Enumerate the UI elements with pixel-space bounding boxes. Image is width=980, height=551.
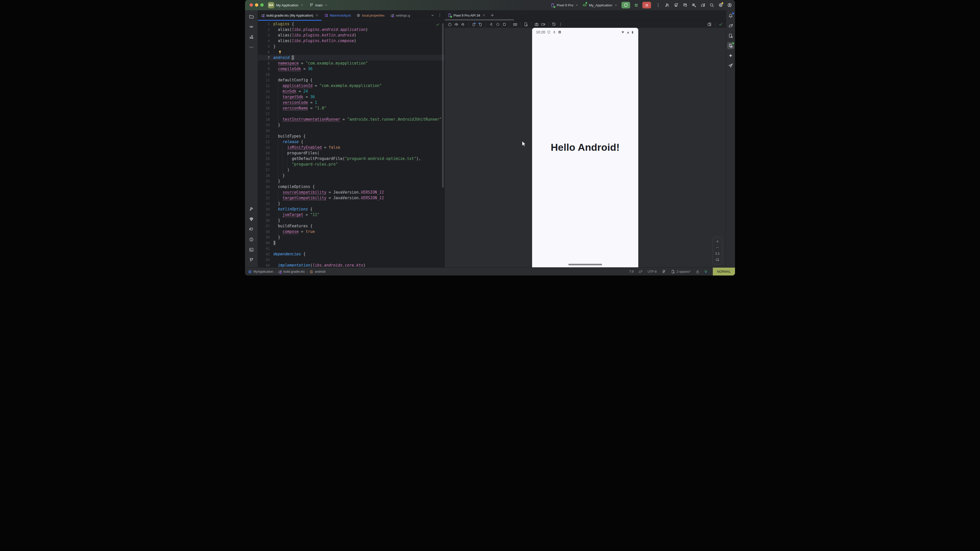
code-line[interactable]: 15 versionCode = 1	[258, 100, 444, 105]
close-window-button[interactable]	[250, 3, 253, 6]
code-line[interactable]: 22 release {	[258, 139, 444, 144]
line-number[interactable]: 17	[258, 111, 273, 117]
minimize-window-button[interactable]	[255, 3, 258, 6]
sidebar-item-commit[interactable]	[247, 22, 256, 31]
breadcrumb-project[interactable]: MyApplication	[248, 270, 273, 274]
code-line[interactable]: 9 compileSdk = 36	[258, 66, 444, 72]
code-line[interactable]: 6	[258, 49, 444, 55]
line-number[interactable]: 12	[258, 83, 273, 89]
line-number[interactable]: 35	[258, 212, 273, 218]
line-separator[interactable]: LF	[639, 270, 643, 273]
code-line[interactable]: 39 }	[258, 234, 444, 240]
unlock-icon[interactable]	[696, 270, 700, 274]
sidebar-item-gemini-spark[interactable]	[727, 52, 734, 59]
code-line[interactable]: 43	[258, 257, 444, 262]
code-line[interactable]: 42dependencies {	[258, 251, 444, 257]
code-line[interactable]: 19 }	[258, 122, 444, 128]
hardware-input-button[interactable]	[513, 22, 517, 27]
device-screen[interactable]: 10:20 Hello Android!	[532, 28, 638, 267]
zoom-in-button[interactable]	[716, 240, 719, 243]
sidebar-item-structure[interactable]	[247, 33, 256, 41]
line-number[interactable]: 10	[258, 72, 273, 77]
line-number[interactable]: 3	[258, 32, 273, 38]
line-number[interactable]: 38	[258, 229, 273, 234]
code-line[interactable]: 27 )	[258, 167, 444, 173]
gradle-sync-button[interactable]	[700, 3, 705, 7]
line-number[interactable]: 28	[258, 173, 273, 178]
breadcrumb-element[interactable]: android	[310, 270, 326, 274]
run-configuration-selector[interactable]: My_Application	[582, 3, 617, 7]
code-line[interactable]: 14 targetSdk = 36	[258, 94, 444, 100]
code-line[interactable]: 38 compose = true	[258, 229, 444, 234]
line-number[interactable]: 7	[258, 55, 273, 60]
code-line[interactable]: 29 }	[258, 178, 444, 184]
line-number[interactable]: 32	[258, 195, 273, 201]
code-line[interactable]: 17	[258, 111, 444, 117]
line-number[interactable]: 42	[258, 251, 273, 257]
sidebar-item-device-manager[interactable]	[727, 32, 734, 39]
vcs-branch-widget[interactable]: main	[309, 3, 328, 7]
line-number[interactable]: 11	[258, 77, 273, 83]
zoom-fit-button[interactable]	[715, 258, 719, 262]
rerun-button[interactable]	[621, 2, 630, 8]
line-number[interactable]: 1	[258, 21, 273, 27]
tab-scrollbar[interactable]	[445, 19, 514, 21]
sidebar-item-running-devices[interactable]	[727, 42, 734, 49]
line-number[interactable]: 23	[258, 144, 273, 150]
emulator-more-button[interactable]	[558, 22, 563, 27]
editor-scrollbar[interactable]	[442, 23, 444, 188]
zoom-actual-size-button[interactable]: 1:1	[715, 252, 719, 256]
line-number[interactable]: 15	[258, 100, 273, 105]
line-number[interactable]: 29	[258, 178, 273, 184]
power-button[interactable]	[448, 22, 452, 27]
settings-button[interactable]	[718, 3, 723, 7]
code-editor[interactable]: 1plugins {2 alias(libs.plugins.android.a…	[258, 21, 444, 267]
attach-debugger-button[interactable]	[692, 3, 696, 7]
volume-down-button[interactable]	[461, 22, 465, 27]
line-number[interactable]: 5	[258, 44, 273, 49]
code-line[interactable]: 34 kotlinOptions {	[258, 206, 444, 212]
line-number[interactable]: 6	[258, 49, 273, 55]
highlighting-level-icon[interactable]	[662, 270, 666, 274]
more-options-button[interactable]	[656, 3, 660, 7]
line-number[interactable]: 20	[258, 128, 273, 133]
code-line[interactable]: 28 }	[258, 173, 444, 178]
code-line[interactable]: 24 proguardFiles(	[258, 150, 444, 156]
line-number[interactable]: 13	[258, 89, 273, 94]
code-line[interactable]: 26 "proguard-rules.pro"	[258, 162, 444, 167]
line-number[interactable]: 24	[258, 150, 273, 156]
nav-overview-button[interactable]	[502, 22, 507, 27]
line-number[interactable]: 8	[258, 60, 273, 66]
line-number[interactable]: 16	[258, 105, 273, 111]
screen-record-button[interactable]	[541, 22, 546, 27]
close-icon[interactable]	[315, 14, 319, 17]
code-line[interactable]: 10	[258, 72, 444, 77]
code-line[interactable]: 32 targetCompatibility = JavaVersion.VER…	[258, 195, 444, 201]
code-line[interactable]: 4 alias(libs.plugins.kotlin.compose)	[258, 38, 444, 44]
line-number[interactable]: 34	[258, 206, 273, 212]
rotate-left-button[interactable]	[472, 22, 476, 27]
line-number[interactable]: 40	[258, 240, 273, 246]
code-line[interactable]: 36 }	[258, 218, 444, 223]
display-inspect-button[interactable]	[707, 22, 711, 27]
account-avatar-button[interactable]	[727, 3, 732, 7]
code-line[interactable]: 1plugins {	[258, 21, 444, 27]
add-device-tab-button[interactable]	[490, 13, 494, 17]
nav-home-button[interactable]	[496, 22, 500, 27]
search-everywhere-button[interactable]	[710, 3, 714, 7]
vim-mode-badge[interactable]: NORMAL	[713, 268, 735, 275]
apply-code-changes-button[interactable]	[682, 3, 687, 7]
line-number[interactable]: 18	[258, 117, 273, 122]
snapshot-reset-button[interactable]	[552, 22, 556, 27]
build-run-button[interactable]	[665, 3, 670, 7]
file-encoding[interactable]: UTF-8	[648, 270, 657, 273]
line-number[interactable]: 2	[258, 27, 273, 32]
code-line[interactable]: 23 isMinifyEnabled = false	[258, 144, 444, 150]
hidden-tabs-chevron[interactable]	[431, 13, 434, 17]
line-number[interactable]: 31	[258, 189, 273, 195]
code-line[interactable]: 31 sourceCompatibility = JavaVersion.VER…	[258, 189, 444, 195]
tab-build-gradle-kts[interactable]: build.gradle.kts (My Application)	[258, 10, 321, 21]
code-line[interactable]: 2 alias(libs.plugins.android.application…	[258, 27, 444, 32]
sidebar-item-terminal[interactable]	[247, 245, 256, 254]
sidebar-item-build[interactable]	[247, 205, 256, 213]
